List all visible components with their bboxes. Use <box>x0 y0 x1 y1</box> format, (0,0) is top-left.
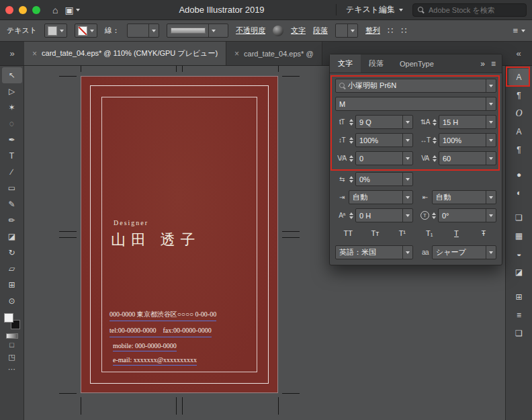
tab-opentype[interactable]: OpenType <box>392 54 442 73</box>
appearance-panel-icon[interactable]: ● <box>508 166 530 183</box>
more-tools-icon[interactable]: ⋯ <box>3 363 21 375</box>
kerning-select[interactable]: 0 <box>355 151 413 165</box>
collapse-left-dock-icon[interactable]: » <box>0 42 24 65</box>
all-caps-button[interactable]: TT <box>335 226 361 240</box>
chevron-down-icon[interactable] <box>486 209 496 222</box>
card-name-text[interactable]: 山田 透子 <box>111 230 201 250</box>
card-address-line[interactable]: 000-0000 東京都渋谷区○○○○ 0-00-00 <box>109 310 216 321</box>
document-tab-1[interactable]: × card_tate_04.eps* @ 110% (CMYK/GPU プレビ… <box>24 42 226 65</box>
home-icon[interactable]: ⌂ <box>52 5 58 15</box>
selection-tool[interactable]: ↖ <box>2 67 22 83</box>
character-styles-panel-icon[interactable]: A <box>508 123 530 140</box>
mesh-tool[interactable]: ⊞ <box>2 277 22 293</box>
paragraph-panel-icon[interactable]: ¶ <box>508 87 530 103</box>
chevron-down-icon[interactable] <box>402 209 412 222</box>
font-style-select[interactable]: M <box>335 97 496 111</box>
chevron-down-icon[interactable] <box>486 191 496 204</box>
baseline-shift-select[interactable]: 0 H <box>355 208 413 222</box>
color-guide-panel-icon[interactable]: ◐ <box>508 184 530 201</box>
pen-tool[interactable]: ✒ <box>2 132 22 148</box>
align-panel-icon[interactable]: ≡ <box>508 306 530 323</box>
chevron-down-icon[interactable] <box>486 97 496 110</box>
zoom-window-button[interactable] <box>32 6 40 14</box>
paragraph-styles-panel-icon[interactable]: ¶ <box>508 141 530 158</box>
chevron-down-icon[interactable] <box>347 24 357 37</box>
tab-paragraph[interactable]: 段落 <box>361 54 392 73</box>
leading-select[interactable]: 15 H <box>439 115 496 129</box>
brushes-panel-icon[interactable]: ◒ <box>508 245 530 262</box>
tracking-select[interactable]: 60 <box>439 151 496 165</box>
chevron-down-icon[interactable] <box>148 24 159 37</box>
tab-character[interactable]: 文字 <box>330 54 361 73</box>
symbols-panel-icon[interactable]: ❏ <box>508 209 530 226</box>
draw-behind-icon[interactable]: ◳ <box>3 351 21 363</box>
fill-color-select[interactable] <box>44 24 67 38</box>
leading-stepper[interactable] <box>433 119 437 126</box>
close-tab-icon[interactable]: × <box>234 49 239 58</box>
scale-tool[interactable]: ▱ <box>2 261 22 277</box>
swatches-panel-icon[interactable]: ▦ <box>508 227 530 244</box>
pencil-tool[interactable]: ✏ <box>2 212 22 228</box>
character-panel-icon[interactable]: A <box>508 69 530 85</box>
chevron-down-icon[interactable] <box>402 173 412 185</box>
close-window-button[interactable] <box>5 6 13 14</box>
chevron-down-icon[interactable] <box>402 246 412 259</box>
character-link[interactable]: 文字 <box>291 26 306 36</box>
paragraph-link[interactable]: 段落 <box>313 26 328 36</box>
stock-search[interactable] <box>412 3 527 17</box>
antialias-select[interactable]: シャープ <box>432 245 496 259</box>
aki-right-select[interactable]: 自動 <box>432 190 496 204</box>
vertical-scale-stepper[interactable] <box>349 137 353 144</box>
workspace-switcher[interactable]: テキスト編集 <box>336 4 403 15</box>
lasso-tool[interactable]: ◌ <box>2 116 22 132</box>
chevron-down-icon[interactable] <box>402 116 412 128</box>
glyph-options-select[interactable] <box>335 24 358 38</box>
minimize-window-button[interactable] <box>19 6 27 14</box>
opentype-panel-icon[interactable]: O <box>508 105 530 122</box>
font-family-select[interactable]: 小塚明朝 Pr6N <box>335 79 496 93</box>
small-caps-button[interactable]: Tᴛ <box>362 226 388 240</box>
layers-panel-icon[interactable]: ❏ <box>508 325 530 341</box>
tsume-stepper[interactable] <box>349 176 353 183</box>
control-panel-menu[interactable]: ≡ <box>513 26 525 36</box>
chevron-down-icon[interactable] <box>486 246 496 259</box>
superscript-button[interactable]: T¹ <box>390 226 415 240</box>
chevron-down-icon[interactable] <box>486 152 496 165</box>
opacity-link[interactable]: 不透明度 <box>236 26 265 36</box>
chevron-down-icon[interactable] <box>486 116 496 128</box>
horizontal-scale-select[interactable]: 100% <box>439 133 496 147</box>
card-telfax-line[interactable]: tel:00-0000-0000 fax:00-0000-0000 <box>109 326 212 337</box>
tracking-stepper[interactable] <box>433 155 437 162</box>
rectangle-tool[interactable]: ▭ <box>2 180 22 196</box>
font-size-stepper[interactable] <box>349 119 353 126</box>
style-sphere-icon[interactable] <box>273 26 283 36</box>
align-link[interactable]: 整列 <box>365 26 380 36</box>
stroke-width-select[interactable] <box>127 24 159 38</box>
kerning-stepper[interactable] <box>349 155 353 162</box>
fill-swatch[interactable] <box>4 313 13 323</box>
baseline-shift-stepper[interactable] <box>349 212 353 219</box>
card-title-text[interactable]: Designer <box>114 219 148 226</box>
chevron-down-icon[interactable] <box>486 134 496 146</box>
vertical-scale-select[interactable]: 100% <box>355 133 413 147</box>
window-layout-icon[interactable]: ▣ <box>64 5 79 15</box>
character-rotation-stepper[interactable] <box>432 212 436 219</box>
rotate-tool[interactable]: ↻ <box>2 245 22 261</box>
collapse-right-dock-icon[interactable]: « <box>505 42 532 65</box>
chevron-down-icon[interactable] <box>486 79 496 92</box>
panel-menu-icon[interactable]: ≡ <box>491 59 496 69</box>
business-card-artboard[interactable]: Designer 山田 透子 000-0000 東京都渋谷区○○○○ 0-00-… <box>81 76 278 393</box>
chevron-down-icon[interactable] <box>402 152 412 165</box>
card-contact-block[interactable]: 000-0000 東京都渋谷区○○○○ 0-00-00 tel:00-0000-… <box>109 310 216 366</box>
underline-button[interactable]: T <box>443 226 469 240</box>
tsume-select[interactable]: 0% <box>355 172 413 186</box>
paintbrush-tool[interactable]: ✎ <box>2 196 22 212</box>
chevron-down-icon[interactable] <box>208 24 218 37</box>
card-mobile-line[interactable]: mobile: 000-0000-0000 <box>113 342 177 351</box>
align-objects-icon[interactable]: ∷ <box>388 26 394 36</box>
stroke-color-select[interactable] <box>75 24 97 38</box>
strikethrough-button[interactable]: Ŧ <box>471 226 496 240</box>
subscript-button[interactable]: T₁ <box>416 226 442 240</box>
fill-stroke-indicator[interactable] <box>3 312 21 330</box>
magic-wand-tool[interactable]: ✶ <box>2 99 22 116</box>
